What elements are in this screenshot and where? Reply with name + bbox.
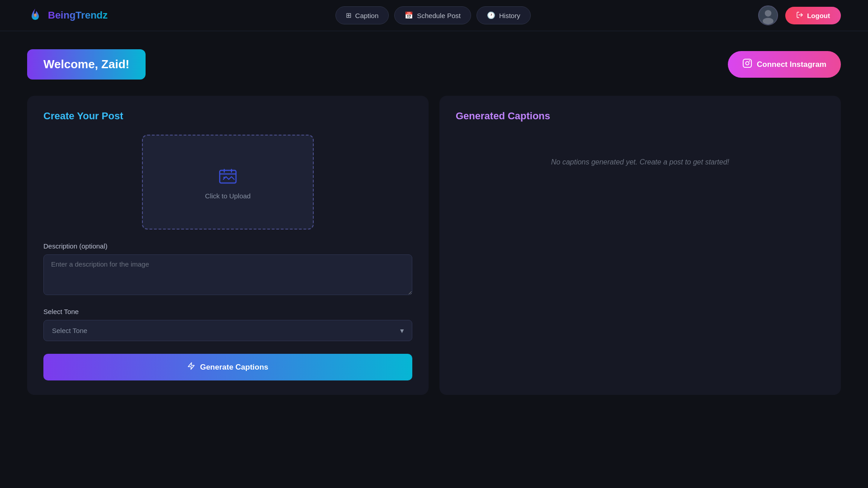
svg-point-6 <box>749 61 750 62</box>
caption-icon: ⊞ <box>346 11 352 19</box>
caption-nav-button[interactable]: ⊞ Caption <box>335 6 389 24</box>
welcome-badge: Welcome, Zaid! <box>27 49 146 80</box>
main-nav: ⊞ Caption 📅 Schedule Post 🕐 History <box>335 6 531 24</box>
header-right: Logout <box>758 5 841 25</box>
tone-field-group: Select Tone Select Tone Professional Cas… <box>43 308 412 341</box>
no-captions-message: No captions generated yet. Create a post… <box>456 158 825 166</box>
generated-captions-title: Generated Captions <box>456 110 825 122</box>
svg-point-2 <box>763 18 774 24</box>
schedule-nav-label: Schedule Post <box>417 12 461 19</box>
schedule-post-nav-button[interactable]: 📅 Schedule Post <box>394 6 471 24</box>
svg-point-1 <box>765 10 772 17</box>
generate-captions-label: Generate Captions <box>200 363 268 372</box>
logo-text: BeingTrendz <box>48 9 108 21</box>
svg-rect-7 <box>220 170 236 183</box>
connect-instagram-label: Connect Instagram <box>757 60 826 69</box>
avatar-image <box>759 6 777 24</box>
instagram-icon <box>742 58 752 70</box>
tone-label: Select Tone <box>43 308 412 315</box>
description-label: Description (optional) <box>43 242 412 250</box>
header: BeingTrendz ⊞ Caption 📅 Schedule Post 🕐 … <box>0 0 868 31</box>
flame-icon <box>27 7 43 23</box>
svg-rect-4 <box>743 59 751 67</box>
history-nav-button[interactable]: 🕐 History <box>476 6 531 24</box>
calendar-icon: 📅 <box>405 11 413 19</box>
logout-label: Logout <box>807 12 830 19</box>
svg-point-5 <box>745 61 749 65</box>
upload-label: Click to Upload <box>205 192 251 200</box>
avatar <box>758 5 778 25</box>
caption-nav-label: Caption <box>355 12 379 19</box>
logout-icon <box>796 11 803 20</box>
history-icon: 🕐 <box>487 11 495 19</box>
create-post-title: Create Your Post <box>43 110 412 122</box>
tone-select-wrapper: Select Tone Professional Casual Funny In… <box>43 320 412 341</box>
connect-instagram-button[interactable]: Connect Instagram <box>728 51 841 78</box>
generate-captions-button[interactable]: Generate Captions <box>43 354 412 380</box>
upload-icon <box>217 165 239 187</box>
generated-captions-panel: Generated Captions No captions generated… <box>439 96 841 395</box>
main-content: Welcome, Zaid! Connect Instagram Create … <box>0 31 868 413</box>
description-textarea[interactable] <box>43 254 412 295</box>
history-nav-label: History <box>499 12 520 19</box>
generate-icon <box>187 362 195 372</box>
create-post-panel: Create Your Post Click to Upload Descrip… <box>27 96 429 395</box>
logo-area: BeingTrendz <box>27 7 108 23</box>
description-field-group: Description (optional) <box>43 242 412 308</box>
tone-select[interactable]: Select Tone Professional Casual Funny In… <box>43 320 412 341</box>
welcome-bar: Welcome, Zaid! Connect Instagram <box>27 49 841 80</box>
svg-point-8 <box>223 177 225 178</box>
upload-area[interactable]: Click to Upload <box>142 135 314 230</box>
logout-button[interactable]: Logout <box>785 7 841 24</box>
content-grid: Create Your Post Click to Upload Descrip… <box>27 96 841 395</box>
